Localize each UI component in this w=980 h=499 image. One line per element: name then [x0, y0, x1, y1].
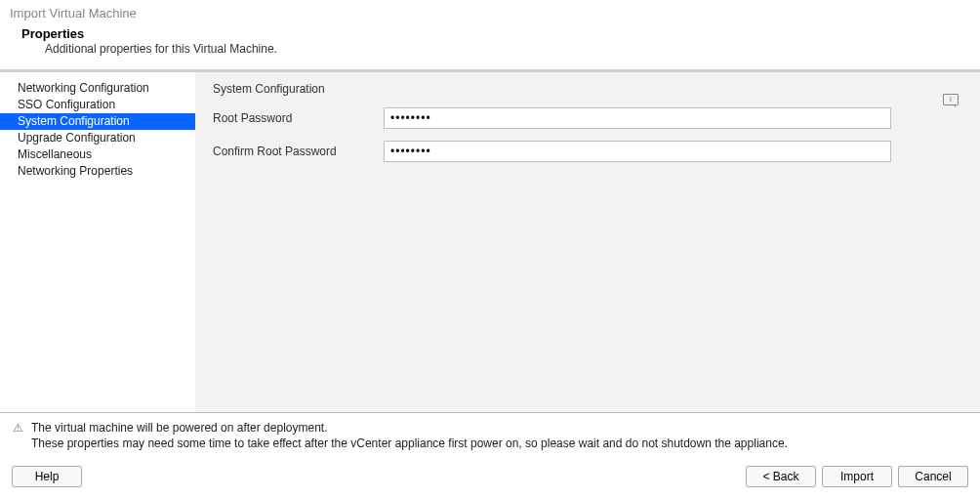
wizard-header: Properties Additional properties for thi…	[0, 22, 980, 63]
button-bar: Help < Back Import Cancel	[0, 456, 980, 499]
root-password-input[interactable]	[384, 107, 891, 129]
form-row-confirm-root-password: Confirm Root Password	[213, 141, 962, 162]
page-subtitle: Additional properties for this Virtual M…	[21, 42, 970, 56]
window-title: Import Virtual Machine	[0, 0, 980, 22]
sidebar-item-sso-configuration[interactable]: SSO Configuration	[0, 97, 195, 113]
message-area: ⚠ The virtual machine will be powered on…	[0, 413, 980, 456]
root-password-label: Root Password	[213, 111, 384, 125]
panel-heading: System Configuration	[213, 82, 962, 96]
page-title: Properties	[21, 26, 970, 41]
confirm-root-password-label: Confirm Root Password	[213, 145, 384, 158]
message-line-1: The virtual machine will be powered on a…	[31, 421, 328, 435]
sidebar-item-networking-configuration[interactable]: Networking Configuration	[0, 80, 195, 97]
main-area: Networking Configuration SSO Configurati…	[0, 72, 980, 412]
tooltip-icon[interactable]: i	[943, 94, 959, 105]
sidebar-item-miscellaneous[interactable]: Miscellaneous	[0, 146, 195, 163]
cancel-button[interactable]: Cancel	[898, 466, 968, 487]
confirm-root-password-input[interactable]	[384, 141, 891, 162]
sidebar: Networking Configuration SSO Configurati…	[0, 72, 195, 412]
sidebar-item-system-configuration[interactable]: System Configuration	[0, 113, 195, 130]
message-line-2: These properties may need some time to t…	[31, 437, 788, 450]
warning-icon: ⚠	[10, 421, 25, 435]
import-button[interactable]: Import	[822, 466, 892, 487]
form-row-root-password: Root Password	[213, 107, 962, 129]
sidebar-item-networking-properties[interactable]: Networking Properties	[0, 163, 195, 180]
back-button[interactable]: < Back	[746, 466, 816, 487]
sidebar-item-upgrade-configuration[interactable]: Upgrade Configuration	[0, 130, 195, 146]
content-panel: System Configuration Root Password Confi…	[195, 72, 980, 412]
help-button[interactable]: Help	[12, 466, 82, 487]
